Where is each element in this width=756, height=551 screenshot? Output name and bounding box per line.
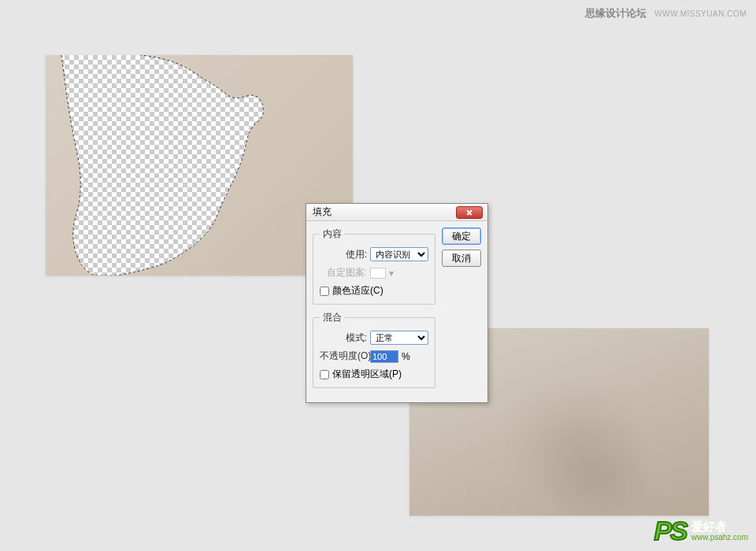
close-icon[interactable] (456, 206, 483, 219)
blend-legend: 混合 (320, 311, 345, 324)
content-legend: 内容 (320, 227, 345, 241)
color-adapt-label: 颜色适应(C) (332, 284, 384, 298)
mode-label: 模式: (320, 331, 367, 345)
custom-pattern-label: 自定图案: (320, 266, 367, 279)
top-watermark: 思缘设计论坛 WWW.MISSYUAN.COM (585, 6, 747, 20)
ok-button[interactable]: 确定 (442, 227, 481, 245)
cancel-button[interactable]: 取消 (442, 250, 481, 267)
bottom-watermark: PS 爱好者 www.psahz.com (654, 516, 748, 546)
use-select[interactable]: 内容识别 (370, 247, 428, 261)
ps-logo-text: PS (654, 516, 686, 546)
dialog-body: 内容 使用: 内容识别 自定图案: ▾ 颜色适应(C) (306, 221, 487, 402)
bottom-watermark-en: www.psahz.com (691, 533, 748, 542)
dialog-title: 填充 (313, 205, 332, 219)
top-watermark-text: 思缘设计论坛 (585, 7, 647, 19)
opacity-label: 不透明度(O): (320, 349, 367, 363)
pattern-dropdown-icon: ▾ (389, 268, 394, 279)
blend-fieldset: 混合 模式: 正常 不透明度(O): % 保留透明区域(P) (313, 311, 435, 388)
opacity-unit: % (402, 351, 410, 362)
dialog-titlebar[interactable]: 填充 (306, 204, 487, 221)
dialog-right-column: 确定 取消 (442, 227, 481, 394)
custom-pattern-swatch (370, 268, 386, 279)
bottom-watermark-text: 爱好者 www.psahz.com (691, 520, 748, 542)
preserve-transparency-label: 保留透明区域(P) (332, 368, 402, 381)
preserve-transparency-checkbox[interactable] (320, 370, 329, 379)
dialog-left-column: 内容 使用: 内容识别 自定图案: ▾ 颜色适应(C) (313, 227, 435, 394)
use-label: 使用: (320, 248, 367, 261)
bottom-watermark-cn: 爱好者 (691, 520, 748, 534)
content-fieldset: 内容 使用: 内容识别 自定图案: ▾ 颜色适应(C) (313, 227, 435, 305)
color-adapt-checkbox[interactable] (320, 287, 329, 296)
fill-dialog: 填充 内容 使用: 内容识别 自定图案: ▾ 颜色适 (306, 203, 488, 403)
opacity-input[interactable] (370, 350, 398, 363)
mode-select[interactable]: 正常 (370, 331, 428, 345)
top-watermark-url: WWW.MISSYUAN.COM (654, 9, 747, 18)
transparency-cutout (61, 55, 263, 276)
